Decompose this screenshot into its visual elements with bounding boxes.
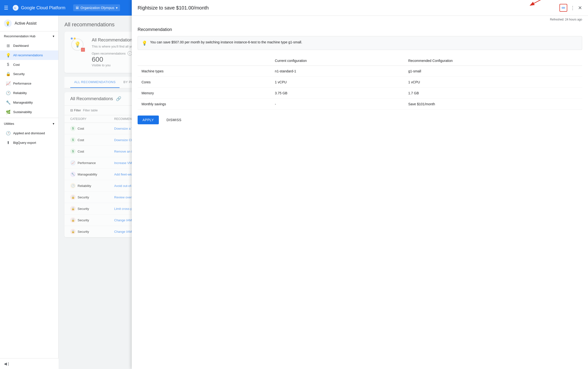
gcp-logo-icon: G [12, 4, 19, 11]
recommended-value: 1.7 GB [404, 88, 582, 99]
recommendation-hub-section[interactable]: Recommendation Hub ▾ [0, 31, 58, 41]
active-assist-icon: 💡 [4, 20, 12, 27]
category-cell: $ Cost [70, 126, 114, 131]
chevron-down-icon: ▾ [116, 6, 118, 10]
app-logo: G Google Cloud Platform [12, 4, 65, 11]
apply-button[interactable]: APPLY [138, 116, 159, 124]
link-icon[interactable]: 🔗 [116, 96, 121, 101]
category-cell: $ Cost [70, 149, 114, 154]
security-badge: 🔒 [70, 206, 76, 211]
chevron-down-icon: ▾ [53, 122, 54, 126]
config-row-cores: Cores 1 vCPU 1 vCPU [138, 77, 582, 88]
dashboard-icon: ⊞ [6, 43, 10, 48]
detail-header: Rightsize to save $101.00/month [132, 0, 588, 16]
manageability-icon: 🔧 [6, 100, 10, 105]
chevron-down-icon: ▾ [53, 34, 54, 38]
detail-section-title: Recommendation [138, 27, 582, 32]
svg-text:G: G [14, 6, 16, 10]
action-buttons: APPLY DISMISS [138, 116, 582, 124]
bigquery-export-icon: ⬆ [6, 140, 10, 145]
reliability-badge: 🕐 [70, 183, 76, 188]
category-cell: 🔧 Manageability [70, 172, 114, 177]
cost-badge: $ [70, 149, 76, 154]
security-icon: 🔒 [6, 72, 10, 76]
dismiss-button[interactable]: DISMISS [162, 116, 186, 124]
hamburger-button[interactable]: ☰ [4, 5, 8, 11]
detail-link-button-container [559, 4, 567, 12]
cost-badge: $ [70, 126, 76, 131]
config-row-machine-type: Machine types n1-standard-1 g1-small [138, 66, 582, 77]
filter-button[interactable]: ⊟ Filter [70, 109, 81, 112]
utilities-section[interactable]: Utilities ▾ [0, 119, 58, 129]
detail-panel: Rightsize to save $101.00/month [132, 0, 588, 369]
category-cell: 🔒 Security [70, 229, 114, 234]
cost-badge: $ [70, 137, 76, 143]
sidebar-item-dashboard[interactable]: ⊞ Dashboard [0, 41, 58, 50]
config-row-memory: Memory 3.75 GB 1.7 GB [138, 88, 582, 99]
detail-panel-title: Rightsize to save $101.00/month [138, 5, 209, 11]
sidebar-item-performance[interactable]: 📈 Performance [0, 79, 58, 88]
detail-body: Recommendation 💡 You can save $507.00 pe… [132, 21, 588, 130]
category-cell: 📈 Performance [70, 160, 114, 166]
config-comparison-table: Current configuration Recommended Config… [138, 56, 582, 110]
recommended-value: g1-small [404, 66, 582, 77]
config-row-monthly-savings: Monthly savings - Save $101/month [138, 99, 582, 110]
row-label: Cores [138, 77, 271, 88]
category-cell: 🔒 Security [70, 194, 114, 200]
collapse-icon: ◀ | [4, 362, 9, 366]
current-value: 3.75 GB [271, 88, 405, 99]
more-options-button[interactable]: ⋮ [570, 5, 575, 11]
security-badge: 🔒 [70, 229, 76, 234]
close-button[interactable]: ✕ [578, 5, 582, 11]
org-icon: 🏛 [76, 6, 79, 10]
recommended-value: 1 vCPU [404, 77, 582, 88]
category-cell: 🔒 Security [70, 206, 114, 211]
detail-header-actions: ⋮ ✕ [559, 4, 582, 12]
perf-badge: 📈 [70, 160, 76, 166]
sidebar-item-security[interactable]: 🔒 Security [0, 69, 58, 79]
org-selector[interactable]: 🏛 Organization Olympus ▾ [73, 4, 120, 11]
sidebar-divider [0, 118, 58, 118]
current-value: - [271, 99, 405, 110]
sidebar-item-manageability[interactable]: 🔧 Manageability [0, 98, 58, 107]
info-icon[interactable]: i [128, 51, 132, 56]
security-badge: 🔒 [70, 217, 76, 223]
row-label: Monthly savings [138, 99, 271, 110]
filter-icon: ⊟ [70, 109, 73, 112]
sidebar-item-all-recommendations[interactable]: 💡 All recommendations [0, 50, 58, 60]
current-value: 1 vCPU [271, 77, 405, 88]
cost-icon: $ [6, 62, 10, 67]
sidebar-item-cost[interactable]: $ Cost [0, 60, 58, 69]
sidebar-item-bigquery-export[interactable]: ⬆ BigQuery export [0, 138, 58, 148]
recommended-value: Save $101/month [404, 99, 582, 110]
sidebar-item-reliability[interactable]: 🕐 Reliability [0, 88, 58, 98]
tab-all-recommendations[interactable]: ALL RECOMMENDATIONS [70, 77, 120, 88]
recommendations-icon: 💡 [6, 53, 10, 58]
lightbulb-icon: 💡 [142, 40, 147, 46]
category-cell: $ Cost [70, 137, 114, 143]
reliability-icon: 🕐 [6, 91, 10, 95]
sustainability-icon: 🌿 [6, 110, 10, 114]
link-icon [561, 6, 565, 10]
active-assist-header: 💡 Active Assist [0, 16, 58, 31]
row-label: Memory [138, 88, 271, 99]
manage-badge: 🔧 [70, 172, 76, 177]
sidebar-item-applied-dismissed[interactable]: 🕐 Applied and dismissed [0, 129, 58, 138]
sidebar: 💡 Active Assist Recommendation Hub ▾ ⊞ D… [0, 16, 59, 369]
category-cell: 🕐 Reliability [70, 183, 114, 188]
sidebar-collapse-button[interactable]: ◀ | [0, 358, 59, 369]
recommended-config-header: Recommended Configuration [404, 56, 582, 66]
applied-dismissed-icon: 🕐 [6, 131, 10, 136]
detail-link-button[interactable] [559, 4, 567, 12]
current-value: n1-standard-1 [271, 66, 405, 77]
performance-icon: 📈 [6, 81, 10, 86]
security-badge: 🔒 [70, 194, 76, 200]
recommendation-info-box: 💡 You can save $507.00 per month by swit… [138, 36, 582, 50]
category-cell: 🔒 Security [70, 217, 114, 223]
sidebar-item-sustainability[interactable]: 🌿 Sustainability [0, 107, 58, 117]
current-config-header: Current configuration [271, 56, 405, 66]
rec-card-icon: 💡 ! [70, 38, 86, 53]
refreshed-text: Refreshed: 24 hours ago [132, 16, 588, 21]
row-label: Machine types [138, 66, 271, 77]
